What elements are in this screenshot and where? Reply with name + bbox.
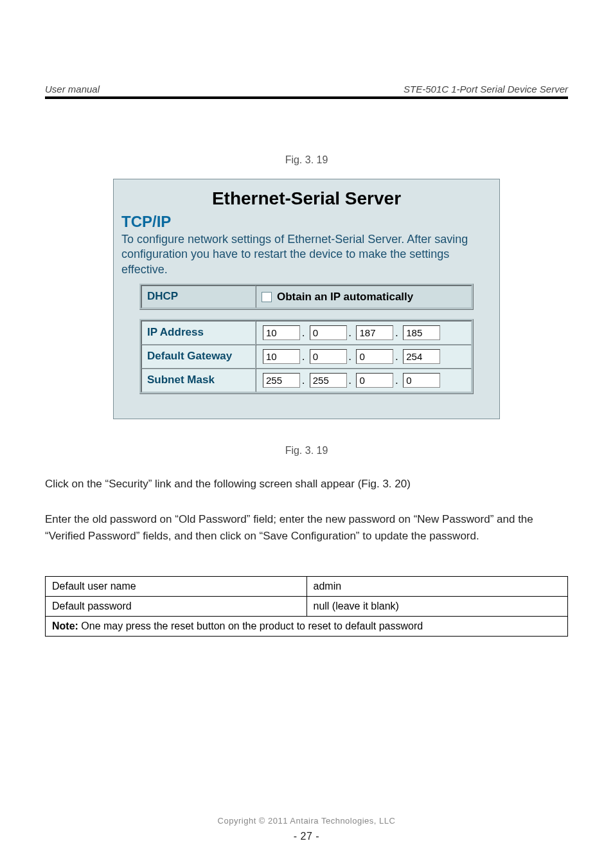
table-row: Default Gateway 10. 0. 0. 254 [141, 345, 472, 368]
gateway-octet-input[interactable]: 10 [263, 349, 300, 364]
subnet-octet-input[interactable]: 0 [403, 373, 440, 388]
subnet-mask-label: Subnet Mask [141, 368, 256, 392]
default-username-value: admin [306, 577, 568, 597]
gateway-octet-input[interactable]: 254 [403, 349, 440, 364]
ip-address-label: IP Address [141, 321, 256, 345]
dhcp-obtain-label: Obtain an IP automatically [277, 291, 413, 303]
default-credentials-table: Default user name admin Default password… [45, 576, 568, 637]
ip-octet-input[interactable]: 187 [356, 325, 393, 340]
table-row: IP Address 10. 0. 187. 185 [141, 321, 472, 345]
default-username-label: Default user name [46, 577, 307, 597]
ip-octet-input[interactable]: 185 [403, 325, 440, 340]
table-row: Default user name admin [46, 577, 568, 597]
subnet-octet-input[interactable]: 0 [356, 373, 393, 388]
ip-octet-input[interactable]: 10 [263, 325, 300, 340]
tcpip-description: To configure network settings of Etherne… [114, 231, 499, 284]
subnet-octet-input[interactable]: 255 [310, 373, 347, 388]
default-gateway-label: Default Gateway [141, 345, 256, 368]
subnet-octet-input[interactable]: 255 [263, 373, 300, 388]
table-row: Note: One may press the reset button on … [46, 617, 568, 637]
default-password-label: Default password [46, 597, 307, 617]
table-row: Subnet Mask 255. 255. 0. 0 [141, 368, 472, 392]
ip-octet-input[interactable]: 0 [310, 325, 347, 340]
header-left: User manual [45, 84, 100, 95]
table-row: Default password null (leave it blank) [46, 597, 568, 617]
paragraph-security-link: Click on the “Security” link and the fol… [45, 476, 568, 493]
page-footer: Copyright © 2011 Antaira Technologies, L… [45, 816, 568, 842]
figure-caption-19b: Fig. 3. 19 [45, 445, 568, 457]
gateway-octet-input[interactable]: 0 [310, 349, 347, 364]
tcpip-screenshot: Ethernet-Serial Server TCP/IP To configu… [113, 179, 500, 419]
copyright-text: Copyright © 2011 Antaira Technologies, L… [45, 816, 568, 826]
screenshot-title: Ethernet-Serial Server [114, 179, 499, 213]
paragraph-password-instructions: Enter the old password on “Old Password”… [45, 511, 568, 544]
gateway-octet-input[interactable]: 0 [356, 349, 393, 364]
dhcp-row-label: DHCP [147, 290, 178, 302]
default-password-value: null (leave it blank) [306, 597, 568, 617]
page-number: - 27 - [45, 831, 568, 842]
header-right: STE-501C 1-Port Serial Device Server [404, 84, 568, 95]
dhcp-table: DHCP Obtain an IP automatically [139, 284, 474, 310]
header-divider [45, 96, 568, 99]
ip-settings-table: IP Address 10. 0. 187. 185 Default Gatew… [139, 319, 474, 394]
dhcp-checkbox[interactable] [262, 292, 272, 302]
figure-caption-19a: Fig. 3. 19 [45, 154, 568, 166]
tcpip-section-heading: TCP/IP [114, 213, 499, 231]
reset-note: Note: One may press the reset button on … [46, 617, 568, 637]
